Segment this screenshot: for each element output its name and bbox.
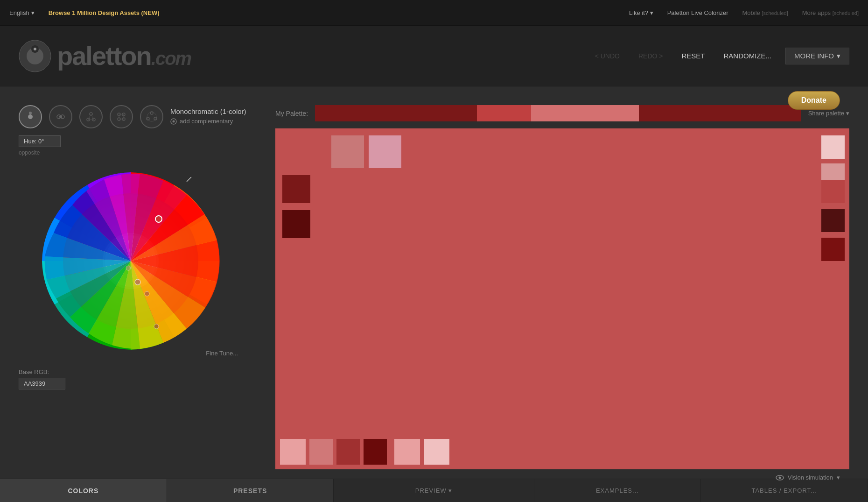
svg-point-5 bbox=[29, 112, 32, 114]
mode-adjacent-icon[interactable] bbox=[49, 105, 72, 128]
more-info-arrow: ▾ bbox=[837, 52, 840, 60]
more-info-button[interactable]: MORE INFO ▾ bbox=[785, 48, 849, 64]
randomize-button[interactable]: RANDOMIZE... bbox=[719, 49, 776, 62]
main: Donate bbox=[0, 86, 868, 502]
logo-icon bbox=[19, 40, 51, 72]
wheel-dot-secondary2[interactable] bbox=[145, 291, 149, 296]
swatch-pink-light[interactable] bbox=[331, 135, 364, 168]
wheel-dot-secondary4[interactable] bbox=[126, 266, 131, 270]
svg-line-35 bbox=[187, 177, 191, 182]
vision-arrow: ▾ bbox=[837, 474, 840, 481]
swatch-pink-lighter[interactable] bbox=[369, 135, 401, 168]
mobile-label: Mobile [scheduled] bbox=[742, 9, 788, 16]
mode-free-icon[interactable] bbox=[140, 105, 163, 128]
right-swatches bbox=[821, 180, 845, 261]
top-right-swatch bbox=[821, 135, 845, 187]
swatch-right-dark3[interactable] bbox=[821, 238, 845, 261]
header: paletton.com < UNDO REDO > RESET RANDOMI… bbox=[0, 26, 868, 86]
bottom-swatch-6[interactable] bbox=[424, 439, 449, 465]
donate-button[interactable]: Donate bbox=[788, 91, 840, 110]
svg-point-28 bbox=[173, 120, 175, 122]
logo-text: paletton.com bbox=[57, 41, 191, 71]
language-arrow: ▾ bbox=[31, 9, 35, 16]
bottom-swatch-4[interactable] bbox=[364, 439, 387, 465]
more-apps-label: More apps [scheduled] bbox=[802, 9, 859, 16]
palette-bar-mid bbox=[477, 105, 531, 121]
likeit-arrow: ▾ bbox=[650, 9, 653, 16]
bottom-swatch-5[interactable] bbox=[394, 439, 420, 465]
vision-label: Vision simulation bbox=[788, 474, 833, 481]
content-area: Donate bbox=[0, 86, 868, 479]
mode-triad-icon[interactable] bbox=[79, 105, 103, 128]
left-panel: Monochromatic (1-color) add complementar… bbox=[19, 96, 261, 469]
swatch-right-dark1[interactable] bbox=[821, 180, 845, 203]
my-palette-bar[interactable] bbox=[315, 105, 801, 121]
color-wheel[interactable] bbox=[28, 158, 233, 364]
paletton-live-label: Paletton Live Colorizer bbox=[667, 9, 728, 16]
base-rgb-input[interactable] bbox=[19, 378, 65, 389]
topbar: English ▾ Browse 1 Million Design Assets… bbox=[0, 0, 868, 26]
bottom-tabs: COLORS PRESETS PREVIEW ▾ EXAMPLES... TAB… bbox=[0, 479, 868, 502]
top-swatches bbox=[331, 135, 401, 168]
palette-bar-dark2 bbox=[639, 105, 801, 121]
logo-area: paletton.com bbox=[19, 40, 590, 72]
hue-control: Hue: 0° opposite bbox=[19, 135, 261, 156]
palette-bar-dark bbox=[315, 105, 477, 121]
opposite-label: opposite bbox=[19, 149, 261, 156]
reset-button[interactable]: RESET bbox=[677, 49, 709, 62]
svg-point-37 bbox=[778, 476, 781, 479]
eye-icon bbox=[776, 475, 784, 481]
my-palette-label: My Palette: bbox=[275, 110, 308, 117]
language-label: English bbox=[9, 9, 29, 16]
likeit-label: Like it? bbox=[629, 9, 648, 16]
mode-selector: Monochromatic (1-color) add complementar… bbox=[19, 96, 261, 128]
palette-display: Vision simulation ▾ bbox=[275, 128, 849, 469]
wheel-container[interactable]: Fine Tune... bbox=[19, 163, 243, 359]
swatch-pale[interactable] bbox=[821, 135, 845, 159]
share-palette-button[interactable]: Share palette ▾ bbox=[808, 110, 849, 117]
radio-icon bbox=[170, 118, 177, 125]
svg-point-4 bbox=[28, 114, 33, 119]
my-palette-row: My Palette: Share palette ▾ bbox=[275, 96, 849, 121]
tab-presets[interactable]: PRESETS bbox=[167, 479, 334, 502]
bottom-swatches bbox=[280, 439, 449, 465]
share-arrow: ▾ bbox=[846, 110, 849, 117]
tab-preview[interactable]: PREVIEW ▾ bbox=[334, 479, 534, 502]
wheel-dot-main-svg[interactable] bbox=[155, 216, 162, 222]
add-complementary-label: add complementary bbox=[180, 118, 233, 125]
bottom-swatch-3[interactable] bbox=[336, 439, 360, 465]
more-apps-scheduled: [scheduled] bbox=[833, 10, 859, 16]
base-rgb-area: Base RGB: bbox=[19, 368, 261, 389]
svg-point-8 bbox=[59, 115, 62, 118]
undo-button[interactable]: < UNDO bbox=[590, 50, 624, 62]
swatch-very-dark-red[interactable] bbox=[282, 210, 310, 238]
mobile-scheduled: [scheduled] bbox=[762, 10, 788, 16]
left-swatches bbox=[282, 175, 310, 238]
browse-link[interactable]: Browse 1 Million Design Assets (NEW) bbox=[49, 9, 160, 16]
bottom-swatch-1[interactable] bbox=[280, 439, 306, 465]
mode-name: Monochromatic (1-color) bbox=[170, 107, 246, 115]
base-rgb-label: Base RGB: bbox=[19, 368, 261, 375]
header-nav: < UNDO REDO > RESET RANDOMIZE... MORE IN… bbox=[590, 48, 849, 64]
wheel-dot-secondary1[interactable] bbox=[135, 279, 140, 285]
mode-tetrad-icon[interactable] bbox=[110, 105, 133, 128]
redo-button[interactable]: REDO > bbox=[634, 50, 668, 62]
swatch-right-dark2[interactable] bbox=[821, 209, 845, 232]
mode-info: Monochromatic (1-color) add complementar… bbox=[170, 105, 246, 125]
tab-examples[interactable]: EXAMPLES... bbox=[534, 479, 701, 502]
mode-mono-icon[interactable] bbox=[19, 105, 42, 128]
right-panel: My Palette: Share palette ▾ bbox=[275, 96, 849, 469]
likeit-button[interactable]: Like it? ▾ bbox=[629, 9, 653, 16]
svg-point-3 bbox=[34, 48, 36, 50]
hue-input[interactable]: Hue: 0° bbox=[19, 135, 61, 147]
fine-tune-link[interactable]: Fine Tune... bbox=[206, 350, 238, 357]
bottom-swatch-2[interactable] bbox=[309, 439, 333, 465]
palette-bar-light bbox=[531, 105, 639, 121]
language-selector[interactable]: English ▾ bbox=[9, 9, 35, 16]
add-complementary[interactable]: add complementary bbox=[170, 118, 246, 125]
swatch-dark-red[interactable] bbox=[282, 175, 310, 203]
vision-simulation[interactable]: Vision simulation ▾ bbox=[771, 472, 845, 483]
wheel-dot-secondary3[interactable] bbox=[154, 324, 159, 329]
tab-colors[interactable]: COLORS bbox=[0, 479, 167, 502]
